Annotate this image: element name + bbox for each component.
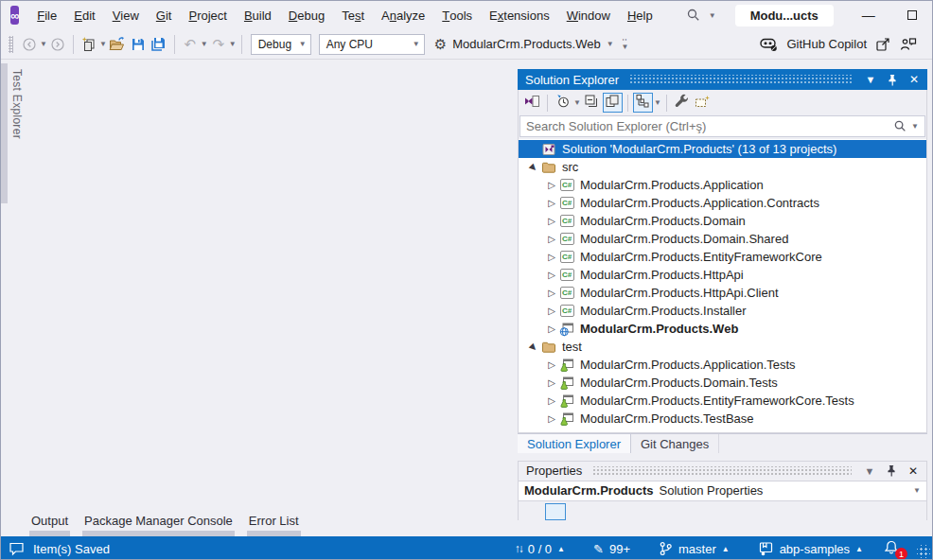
tree-row[interactable]: ▶test	[519, 338, 926, 356]
menu-git[interactable]: Git	[148, 1, 181, 29]
bottom-tab-output[interactable]: Output	[29, 512, 70, 536]
tree-row[interactable]: ▷C#ModularCrm.Products.HttpApi.Client	[519, 284, 926, 302]
git-branch-button[interactable]: master ▲	[644, 541, 744, 556]
expand-arrow-icon[interactable]: ▷	[544, 324, 559, 334]
save-all-button[interactable]	[149, 33, 169, 56]
menu-edit[interactable]: Edit	[65, 1, 103, 29]
pending-changes-filter-button[interactable]	[553, 93, 572, 113]
close-icon[interactable]: ✕	[906, 464, 921, 479]
git-repository-button[interactable]: abp-samples ▲	[744, 541, 877, 556]
undo-button[interactable]: ↶	[180, 33, 201, 56]
properties-wrench-button[interactable]	[672, 93, 692, 113]
notifications-button[interactable]: 1	[883, 539, 904, 558]
expand-arrow-icon[interactable]: ▷	[544, 216, 559, 226]
categorized-button[interactable]	[545, 503, 566, 520]
menu-build[interactable]: Build	[236, 1, 280, 29]
tree-row[interactable]: ▶src	[519, 158, 926, 176]
new-project-dropdown-icon[interactable]: ▼	[99, 40, 107, 48]
tree-row[interactable]: ▷C#ModularCrm.Products.Installer	[519, 302, 926, 320]
test-explorer-vertical-tab[interactable]: Test Explorer	[1, 63, 26, 203]
tree-row[interactable]: ▷C#ModularCrm.Products.EntityFrameworkCo…	[519, 248, 926, 266]
tree-row[interactable]: ▷ModularCrm.Products.Web	[519, 320, 926, 338]
sync-with-active-document-button[interactable]	[603, 93, 623, 113]
bottom-tab-error-list[interactable]: Error List	[247, 512, 301, 536]
expand-arrow-icon[interactable]: ▷	[544, 180, 559, 190]
expand-arrow-icon[interactable]: ▷	[544, 252, 559, 262]
tree-row[interactable]: ▷C#ModularCrm.Products.Domain.Shared	[519, 230, 926, 248]
redo-dropdown-icon[interactable]: ▼	[229, 40, 237, 48]
expand-arrow-icon[interactable]: ▷	[544, 306, 559, 316]
file-nesting-button[interactable]	[633, 93, 653, 113]
minimize-button[interactable]: —	[847, 1, 890, 29]
navigate-forward-button[interactable]	[47, 33, 68, 56]
github-copilot-icon[interactable]	[760, 36, 778, 52]
tree-row-solution[interactable]: Solution 'ModularCrm.Products' (13 of 13…	[519, 140, 926, 158]
tree-row[interactable]: ▷C#ModularCrm.Products.Application.Contr…	[519, 194, 926, 212]
toolbar-grip[interactable]	[9, 36, 13, 53]
expand-arrow-icon[interactable]: ▷	[544, 359, 559, 370]
pin-icon[interactable]	[884, 464, 899, 479]
menu-window[interactable]: Window	[558, 1, 619, 29]
dropdown-chevron-icon[interactable]: ▼	[573, 98, 581, 107]
tree-row[interactable]: ▷C#ModularCrm.Products.HttpApi	[519, 266, 926, 284]
properties-object-selector[interactable]: ModularCrm.Products Solution Properties …	[518, 481, 927, 501]
menu-file[interactable]: File	[28, 1, 65, 29]
collapse-all-button[interactable]	[582, 93, 602, 113]
new-project-button[interactable]	[79, 33, 99, 56]
resize-grip[interactable]	[917, 545, 930, 558]
alphabetical-button[interactable]	[570, 503, 585, 520]
expand-arrow-icon[interactable]: ▷	[544, 198, 559, 208]
bottom-tab-package-manager-console[interactable]: Package Manager Console	[82, 512, 235, 536]
tree-row[interactable]: ▷C#ModularCrm.Products.Domain	[519, 212, 926, 230]
solution-explorer-header[interactable]: Solution Explorer ▼ ✕	[518, 69, 927, 90]
menu-analyze[interactable]: Analyze	[373, 1, 433, 29]
menu-test[interactable]: Test	[333, 1, 373, 29]
expand-arrow-icon[interactable]: ▷	[544, 234, 559, 244]
switch-views-button[interactable]	[522, 93, 542, 113]
tree-row[interactable]: ▷ModularCrm.Products.TestBase	[519, 410, 926, 428]
toolbar-overflow-button[interactable]: ''▼	[622, 40, 629, 49]
tree-row[interactable]: ▷C#ModularCrm.Products.Application	[519, 176, 926, 194]
menu-view[interactable]: View	[104, 1, 148, 29]
expand-arrow-icon[interactable]: ▷	[544, 395, 559, 406]
pin-icon[interactable]	[885, 72, 900, 87]
copilot-label[interactable]: GitHub Copilot	[786, 37, 867, 51]
expand-arrow-icon[interactable]: ▷	[544, 270, 559, 280]
menu-tools[interactable]: Tools	[433, 1, 481, 29]
show-all-files-button[interactable]	[693, 93, 713, 113]
tree-row[interactable]: ▷ModularCrm.Products.EntityFrameworkCore…	[519, 392, 926, 410]
menu-debug[interactable]: Debug	[280, 1, 333, 29]
startup-project-selector[interactable]: ⚙ ModularCrm.Products.Web ▼	[429, 36, 620, 53]
collapse-arrow-icon[interactable]: ▶	[525, 158, 542, 175]
tree-row[interactable]: ▷ModularCrm.Products.Domain.Tests	[519, 374, 926, 392]
share-icon[interactable]	[875, 37, 891, 52]
expand-arrow-icon[interactable]: ▷	[544, 288, 559, 298]
solution-configuration-combo[interactable]: Debug ▼	[251, 34, 311, 55]
dropdown-chevron-icon[interactable]: ▼	[654, 98, 661, 107]
expand-arrow-icon[interactable]: ▷	[544, 377, 559, 388]
undo-dropdown-icon[interactable]: ▼	[201, 40, 208, 48]
solution-platform-combo[interactable]: Any CPU ▼	[319, 34, 425, 55]
sync-status-button[interactable]: ↑↓ 0 / 0 ▲	[501, 542, 579, 556]
properties-header[interactable]: Properties ▼ ✕	[518, 461, 927, 481]
tab-solution-explorer[interactable]: Solution Explorer	[518, 434, 631, 453]
pending-edits-button[interactable]: ✎ 99+	[579, 542, 644, 556]
search-options-icon[interactable]: ▼	[911, 122, 919, 131]
save-button[interactable]	[128, 33, 149, 56]
open-file-button[interactable]	[107, 33, 128, 56]
tab-git-changes[interactable]: Git Changes	[631, 434, 719, 453]
tree-row[interactable]: ▷ModularCrm.Products.Application.Tests	[519, 356, 926, 374]
navigate-back-button[interactable]	[19, 33, 40, 56]
window-position-icon[interactable]: ▼	[862, 464, 877, 479]
feedback-icon[interactable]	[900, 37, 917, 52]
menu-help[interactable]: Help	[619, 1, 661, 29]
close-icon[interactable]: ✕	[907, 72, 922, 87]
solution-search-box[interactable]: ▼	[519, 115, 925, 137]
back-dropdown-icon[interactable]: ▼	[40, 40, 47, 48]
search-icon[interactable]	[893, 119, 907, 133]
redo-button[interactable]: ↷	[208, 33, 229, 56]
maximize-button[interactable]	[890, 1, 933, 29]
window-position-icon[interactable]: ▼	[863, 72, 878, 87]
search-input[interactable]	[526, 119, 893, 133]
quick-search-button[interactable]: ▼	[680, 8, 722, 23]
